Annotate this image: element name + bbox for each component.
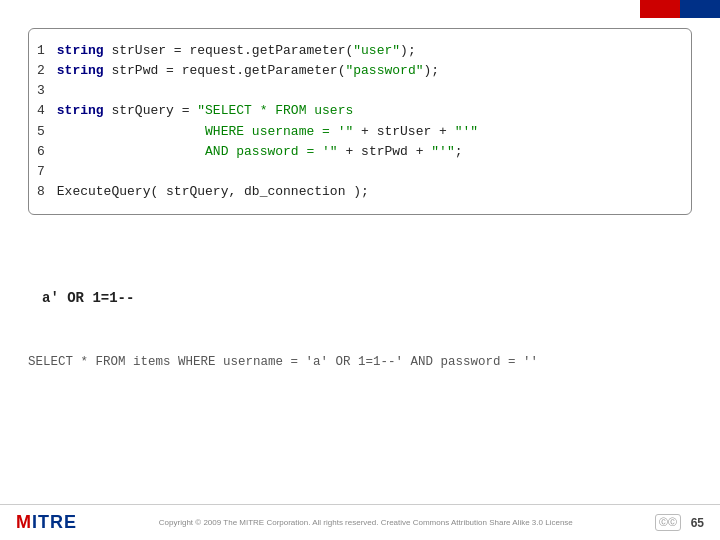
footer: MITRE Copyright © 2009 The MITRE Corpora… [0, 504, 720, 540]
footer-copyright: Copyright © 2009 The MITRE Corporation. … [97, 518, 635, 527]
injection-input-label: a' OR 1=1-- [42, 290, 134, 306]
sql-result-text: SELECT * FROM items WHERE username = 'a'… [28, 355, 692, 369]
line-numbers: 1 2 3 4 5 6 7 8 [37, 41, 57, 202]
page-number: 65 [691, 516, 704, 530]
code-box: 1 2 3 4 5 6 7 8 string strUser = request… [28, 28, 692, 215]
accent-red [640, 0, 680, 18]
cc-license-icon: ⒸⒸ [655, 514, 681, 531]
mitre-logo: MITRE [16, 512, 77, 533]
code-content: string strUser = request.getParameter("u… [57, 41, 478, 202]
accent-bar [640, 0, 720, 18]
accent-blue [680, 0, 720, 18]
